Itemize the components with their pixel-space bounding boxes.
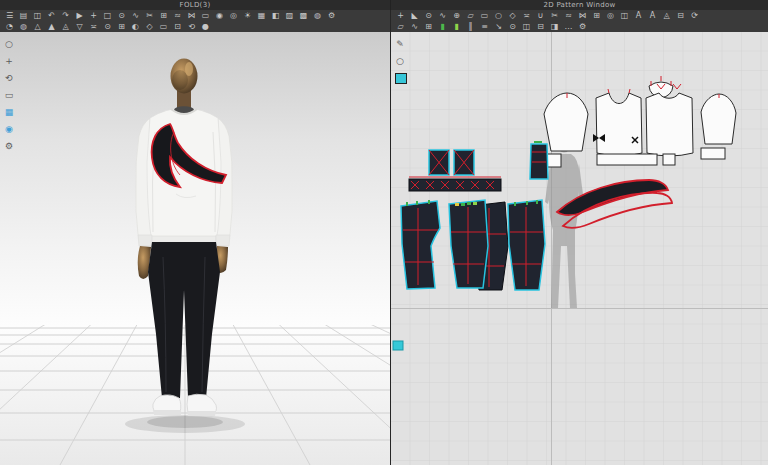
annotation-tool-icon[interactable]: A	[646, 11, 659, 21]
trace-icon[interactable]: ◎	[604, 11, 617, 21]
select-box-icon[interactable]: □	[101, 11, 114, 21]
fabric-b-swatch[interactable]: ▮	[450, 22, 463, 32]
internal-line-icon[interactable]: ⊞	[590, 11, 603, 21]
show-grainline-icon[interactable]: ↘	[492, 22, 505, 32]
fold-arrange-icon[interactable]: ⋈	[185, 11, 198, 21]
notch-icon[interactable]: ≍	[520, 11, 533, 21]
toolbar-3d-row1: ☰▤◫↶↷▶+□⊙∿✂⊞≈⋈▭◉◎☀▦◧▨▩◍⚙	[0, 10, 390, 21]
colorway-icon[interactable]: ◧	[269, 11, 282, 21]
free-sewing-icon[interactable]: ≈	[562, 11, 575, 21]
half-view-icon[interactable]: ◨	[548, 22, 561, 32]
avatar-icon[interactable]: ◉	[213, 11, 226, 21]
measure-icon[interactable]: ⊞	[157, 11, 170, 21]
sweatshirt[interactable]	[136, 106, 233, 247]
save-icon[interactable]: ◫	[31, 11, 44, 21]
cut-sew-icon[interactable]: ✂	[548, 11, 561, 21]
cuff-pattern-right[interactable]	[663, 154, 675, 165]
mesh-view-icon[interactable]: ⊟	[534, 22, 547, 32]
open-file-icon[interactable]: ▤	[17, 11, 30, 21]
menu-icon[interactable]: ☰	[3, 11, 16, 21]
garment-3d-viewport[interactable]: ○+⟲▭▦◉⚙	[0, 32, 390, 465]
show-pattern-icon[interactable]: ▱	[394, 22, 407, 32]
sync-icon[interactable]: ⟳	[688, 11, 701, 21]
show-pins-icon[interactable]: ⊙	[101, 22, 114, 32]
steam-icon[interactable]: ≈	[171, 11, 184, 21]
swatch-icon[interactable]	[395, 73, 407, 84]
rectangle-icon[interactable]: ▭	[478, 11, 491, 21]
show-seams-icon[interactable]: ≍	[87, 22, 100, 32]
transform-pattern-icon[interactable]: +	[394, 11, 407, 21]
dart-icon[interactable]: ◇	[506, 11, 519, 21]
redo-icon[interactable]: ↷	[59, 11, 72, 21]
sleeve-left-pattern[interactable]	[544, 93, 588, 151]
2d-pattern-canvas[interactable]	[391, 32, 768, 465]
flatten-icon[interactable]: ▭	[199, 11, 212, 21]
stress-map-icon[interactable]: ◬	[59, 22, 72, 32]
edit-pattern-icon[interactable]: ◣	[408, 11, 421, 21]
record-icon[interactable]: ●	[199, 22, 212, 32]
rotate-view-icon[interactable]: ⟲	[2, 72, 16, 84]
waistband-pattern[interactable]	[409, 179, 501, 191]
seam-allowance-icon[interactable]: ∪	[534, 11, 547, 21]
pattern-2d-viewport[interactable]: ✎○	[390, 32, 768, 465]
grading-icon[interactable]: ◬	[660, 11, 673, 21]
fabric-icon[interactable]: ▨	[283, 11, 296, 21]
sleeve-right-pattern[interactable]	[701, 94, 736, 144]
neck-band-pattern[interactable]	[701, 148, 725, 159]
select-move-icon[interactable]: +	[87, 11, 100, 21]
pin-icon[interactable]: ⊙	[115, 11, 128, 21]
fabric-a-swatch[interactable]: ▮	[436, 22, 449, 32]
settings-icon[interactable]: ⚙	[325, 11, 338, 21]
teal-marker[interactable]	[393, 341, 403, 350]
magnify-icon[interactable]: ○	[393, 55, 407, 67]
sewing-icon[interactable]: ∿	[129, 11, 142, 21]
shadow-toggle-icon[interactable]: ◐	[129, 22, 142, 32]
front-view-icon[interactable]: ▭	[157, 22, 170, 32]
snapshot-icon[interactable]: ⊡	[171, 22, 184, 32]
light-icon[interactable]: ☀	[241, 11, 254, 21]
edit-curvature-icon[interactable]: ∿	[436, 11, 449, 21]
fit-map-icon[interactable]: ▽	[73, 22, 86, 32]
more-icon[interactable]: …	[562, 22, 575, 32]
wireframe-icon[interactable]: ◇	[143, 22, 156, 32]
circle-icon[interactable]: ○	[492, 11, 505, 21]
pan-tool-icon[interactable]: +	[2, 55, 16, 67]
show-garment-icon[interactable]: ◍	[17, 22, 30, 32]
show-floor-icon[interactable]: ▦	[2, 106, 16, 118]
show-avatar-icon[interactable]: ◔	[3, 22, 16, 32]
fit-view-icon[interactable]: ▭	[2, 89, 16, 101]
show-sewing-icon[interactable]: ⋈	[576, 11, 589, 21]
back-bodice-pattern[interactable]	[646, 93, 693, 156]
render-icon[interactable]: ▦	[255, 11, 268, 21]
add-point-icon[interactable]: ⊕	[450, 11, 463, 21]
grid-toggle-icon[interactable]: ⊞	[115, 22, 128, 32]
strain-map-icon[interactable]: ▲	[45, 22, 58, 32]
camera-icon[interactable]: ◎	[227, 11, 240, 21]
scissors-icon[interactable]: ✂	[143, 11, 156, 21]
reset-view-icon[interactable]: ⟲	[185, 22, 198, 32]
zoom-tool-icon[interactable]: ○	[2, 38, 16, 50]
avatar-display-icon[interactable]: ◉	[2, 123, 16, 135]
pattern-outline-icon[interactable]: ⊙	[506, 22, 519, 32]
ruler-icon[interactable]: ⊟	[674, 11, 687, 21]
show-seam-allowance-icon[interactable]: ‖	[464, 22, 477, 32]
face-shading	[172, 70, 188, 90]
polygon-icon[interactable]: ▱	[464, 11, 477, 21]
layers-icon[interactable]: ◍	[311, 11, 324, 21]
options-icon[interactable]: ⚙	[576, 22, 589, 32]
hem-band-pattern[interactable]	[597, 154, 657, 165]
texture-icon[interactable]: ▩	[297, 11, 310, 21]
text-tool-icon[interactable]: A	[632, 11, 645, 21]
clone-pattern-icon[interactable]: ◫	[618, 11, 631, 21]
edit-point-icon[interactable]: ⊙	[422, 11, 435, 21]
mesh-icon[interactable]: △	[31, 22, 44, 32]
3d-scene-canvas[interactable]	[0, 32, 390, 465]
texture-view-icon[interactable]: ◫	[520, 22, 533, 32]
simulate-icon[interactable]: ▶	[73, 11, 86, 21]
show-baseline-icon[interactable]: ∿	[408, 22, 421, 32]
undo-icon[interactable]: ↶	[45, 11, 58, 21]
show-annotation-icon[interactable]: ≡	[478, 22, 491, 32]
scene-settings-icon[interactable]: ⚙	[2, 140, 16, 152]
pen-tool-icon[interactable]: ✎	[393, 38, 407, 50]
show-grid-icon[interactable]: ⊞	[422, 22, 435, 32]
